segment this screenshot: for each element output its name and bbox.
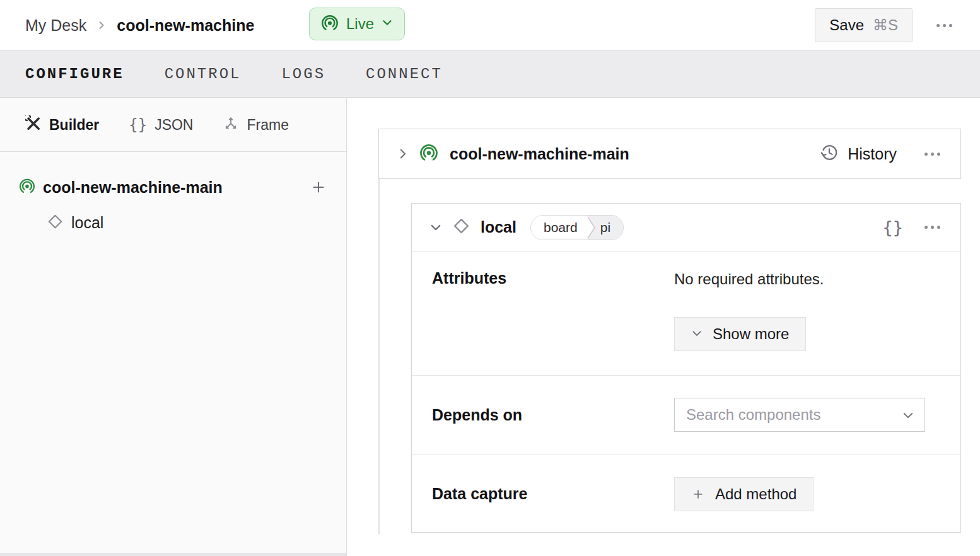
chevron-separator-icon bbox=[585, 216, 597, 240]
component-card: local board pi {} Attributes bbox=[411, 203, 961, 533]
component-model: pi bbox=[597, 216, 623, 240]
attributes-label: Attributes bbox=[432, 269, 674, 287]
axes-icon bbox=[223, 115, 239, 134]
edit-json-icon[interactable]: {} bbox=[882, 217, 903, 237]
component-type-badge: board pi bbox=[530, 215, 624, 240]
part-card: cool-new-machine-main History bbox=[378, 129, 961, 179]
sidebar-scrollbar-track[interactable] bbox=[0, 553, 346, 556]
tab-control[interactable]: CONTROL bbox=[165, 66, 242, 83]
app-header: My Desk cool-new-machine Live Save bbox=[0, 0, 980, 51]
tab-connect[interactable]: CONNECT bbox=[366, 66, 443, 83]
data-capture-label: Data capture bbox=[432, 485, 674, 503]
component-type: board bbox=[531, 216, 585, 240]
status-label: Live bbox=[346, 15, 374, 33]
tree-component-row[interactable]: local bbox=[19, 205, 327, 240]
diamond-icon bbox=[47, 213, 64, 233]
view-tab-json-label: JSON bbox=[155, 117, 193, 134]
component-name: local bbox=[481, 218, 516, 236]
view-tab-frame[interactable]: Frame bbox=[223, 115, 288, 134]
tab-configure[interactable]: CONFIGURE bbox=[25, 66, 124, 83]
broadcast-icon bbox=[419, 143, 438, 165]
add-component-button[interactable] bbox=[310, 178, 327, 196]
save-button[interactable]: Save ⌘S bbox=[815, 8, 913, 42]
collapse-chevron-down-icon[interactable] bbox=[429, 221, 442, 234]
attributes-empty-text: No required attributes. bbox=[674, 269, 925, 289]
chevron-down-icon bbox=[902, 409, 914, 424]
history-button[interactable]: History bbox=[820, 143, 897, 165]
tree-component-name: local bbox=[71, 214, 103, 232]
header-actions: Save ⌘S bbox=[815, 0, 955, 50]
plus-icon bbox=[691, 487, 705, 501]
show-more-label: Show more bbox=[713, 325, 789, 343]
braces-icon: {} bbox=[129, 116, 147, 134]
view-tab-json[interactable]: {} JSON bbox=[129, 116, 193, 134]
machine-nav-tabs: CONFIGURE CONTROL LOGS CONNECT bbox=[0, 51, 980, 98]
chevron-right-icon bbox=[96, 20, 107, 30]
broadcast-icon bbox=[321, 14, 339, 34]
view-tab-frame-label: Frame bbox=[247, 117, 288, 134]
depends-on-label: Depends on bbox=[432, 406, 674, 424]
view-tab-builder[interactable]: Builder bbox=[25, 115, 99, 134]
breadcrumb-root-link[interactable]: My Desk bbox=[25, 16, 86, 35]
attributes-section: Attributes No required attributes. Show … bbox=[412, 252, 960, 376]
view-tab-builder-label: Builder bbox=[49, 117, 99, 134]
component-tree: cool-new-machine-main local bbox=[0, 152, 346, 240]
app-window: My Desk cool-new-machine Live Save bbox=[0, 0, 980, 556]
breadcrumb: My Desk cool-new-machine bbox=[25, 0, 254, 50]
expand-part-chevron-right-icon[interactable] bbox=[397, 148, 409, 160]
add-method-button[interactable]: Add method bbox=[674, 477, 814, 511]
tools-icon bbox=[25, 115, 42, 134]
add-method-label: Add method bbox=[715, 485, 796, 503]
tree-part-name: cool-new-machine-main bbox=[43, 178, 223, 197]
machine-name: cool-new-machine bbox=[117, 16, 254, 35]
chevron-down-icon bbox=[691, 325, 703, 343]
tree-part-row[interactable]: cool-new-machine-main bbox=[19, 170, 327, 205]
tree-connector-line bbox=[378, 179, 380, 534]
config-main-panel: cool-new-machine-main History bbox=[347, 98, 980, 556]
search-components-input[interactable] bbox=[675, 398, 883, 431]
show-more-button[interactable]: Show more bbox=[674, 317, 806, 351]
part-card-title: cool-new-machine-main bbox=[450, 145, 629, 163]
machine-status-dropdown[interactable]: Live bbox=[309, 8, 405, 40]
part-card-menu-icon[interactable] bbox=[922, 150, 943, 158]
save-label: Save bbox=[829, 16, 864, 34]
config-view-tabs: Builder {} JSON Frame bbox=[0, 98, 346, 152]
depends-on-section: Depends on bbox=[412, 376, 960, 455]
history-label: History bbox=[848, 145, 897, 163]
header-overflow-menu-icon[interactable] bbox=[934, 21, 955, 30]
history-icon bbox=[820, 143, 839, 165]
tab-logs[interactable]: LOGS bbox=[281, 66, 325, 83]
component-card-header: local board pi {} bbox=[412, 204, 960, 252]
component-menu-icon[interactable] bbox=[922, 223, 943, 231]
depends-on-select[interactable] bbox=[674, 398, 925, 432]
chevron-down-icon bbox=[382, 17, 393, 31]
save-shortcut: ⌘S bbox=[873, 16, 898, 34]
data-capture-section: Data capture Add method bbox=[412, 455, 960, 533]
broadcast-icon bbox=[19, 178, 35, 197]
diamond-icon bbox=[452, 217, 470, 238]
config-sidebar: Builder {} JSON Frame bbox=[0, 98, 347, 556]
